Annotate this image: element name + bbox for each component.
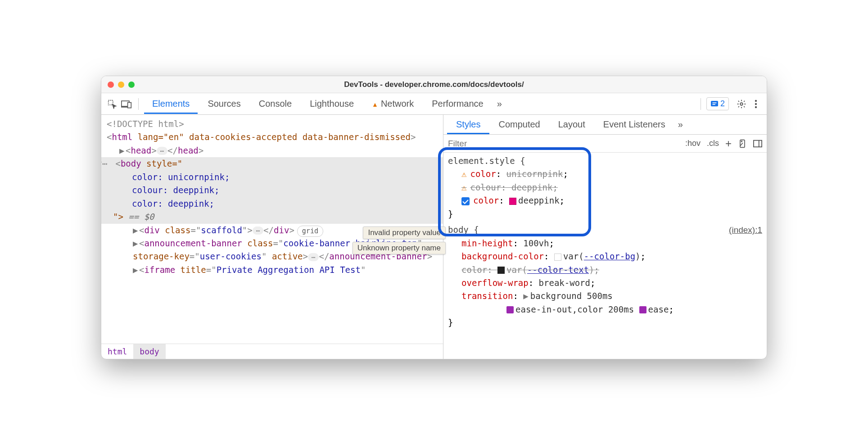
tab-computed[interactable]: Computed — [489, 115, 549, 134]
prop-overflow-wrap[interactable]: overflow-wrap: break-word; — [448, 276, 762, 290]
svg-point-4 — [740, 103, 743, 105]
svg-point-5 — [755, 100, 757, 101]
prop-invalid-value[interactable]: color: unicornpink; — [448, 168, 762, 181]
styles-body[interactable]: element.style { color: unicornpink; colo… — [443, 153, 767, 359]
settings-icon[interactable] — [735, 98, 748, 110]
tab-elements[interactable]: Elements — [144, 94, 198, 113]
toolbar-separator — [701, 98, 701, 110]
device-toolbar-icon[interactable] — [120, 98, 133, 110]
source-link[interactable]: (index):1 — [729, 223, 762, 236]
cls-toggle[interactable]: .cls — [707, 139, 719, 148]
svg-point-9 — [741, 141, 742, 142]
prop-color-overridden[interactable]: color: var(--color-text); — [448, 263, 762, 276]
inspect-element-icon[interactable] — [106, 98, 118, 110]
elements-panel: <!DOCTYPE html> <html lang="en" data-coo… — [101, 115, 443, 359]
easing-icon[interactable] — [506, 306, 514, 313]
grid-badge[interactable]: grid — [297, 226, 323, 237]
styles-tabs-overflow[interactable]: » — [674, 115, 687, 134]
rule-body[interactable]: (index):1 body { min-height: 100vh; back… — [448, 223, 762, 330]
styles-filter-input[interactable] — [448, 139, 679, 149]
rule-close: } — [448, 208, 762, 221]
tab-sources[interactable]: Sources — [199, 94, 249, 113]
prop-color-deeppink[interactable]: color: deeppink; — [448, 194, 762, 207]
computed-styles-icon[interactable] — [738, 139, 747, 148]
tooltip-unknown-name: Unknown property name — [353, 242, 446, 254]
prop-min-height[interactable]: min-height: 100vh; — [448, 237, 762, 250]
titlebar: DevTools - developer.chrome.com/docs/dev… — [101, 76, 767, 93]
head-node[interactable]: ▶<head>⋯</head> — [101, 144, 443, 157]
rule-element-style[interactable]: element.style { color: unicornpink; colo… — [448, 154, 762, 221]
issues-count: 2 — [720, 99, 725, 109]
doctype: <!DOCTYPE html> — [101, 118, 443, 131]
tab-console[interactable]: Console — [251, 94, 300, 113]
color-swatch-icon[interactable] — [497, 267, 505, 274]
iframe-node[interactable]: ▶<iframe title="Private Aggregation API … — [101, 263, 443, 276]
devtools-window: DevTools - developer.chrome.com/docs/dev… — [101, 76, 767, 359]
selector-element-style: element.style { — [448, 154, 762, 168]
styles-toolbar: :hov .cls + — [443, 135, 767, 153]
warning-icon — [461, 169, 470, 179]
svg-rect-3 — [711, 100, 718, 106]
breadcrumb-body[interactable]: body — [133, 344, 165, 359]
easing-icon[interactable] — [639, 306, 646, 313]
selector-body: body { — [448, 223, 762, 236]
tab-layout[interactable]: Layout — [549, 115, 594, 134]
color-swatch-icon[interactable] — [509, 198, 516, 205]
minimize-window-icon[interactable] — [118, 82, 124, 88]
ellipsis-icon: ⋯ — [253, 227, 263, 235]
tab-styles[interactable]: Styles — [447, 115, 489, 134]
breadcrumb: html body — [101, 344, 443, 359]
main-toolbar: Elements Sources Console Lighthouse Netw… — [101, 93, 767, 115]
close-window-icon[interactable] — [108, 82, 114, 88]
hov-toggle[interactable]: :hov — [685, 139, 701, 148]
content-area: <!DOCTYPE html> <html lang="en" data-coo… — [101, 115, 767, 359]
prop-unknown-name[interactable]: colour: deeppink; — [448, 181, 762, 194]
kebab-menu-icon[interactable] — [750, 98, 762, 110]
toolbar-separator — [138, 98, 139, 110]
window-title: DevTools - developer.chrome.com/docs/dev… — [101, 80, 767, 89]
tab-event-listeners[interactable]: Event Listeners — [594, 115, 674, 134]
tabs-overflow[interactable]: » — [493, 94, 506, 113]
rule-close: } — [448, 316, 762, 329]
traffic-lights — [108, 82, 135, 88]
prop-transition-cont[interactable]: ease-in-out,color 200ms ease; — [448, 303, 762, 316]
tab-performance[interactable]: Performance — [424, 94, 492, 113]
prop-background-color[interactable]: background-color: var(--color-bg); — [448, 250, 762, 263]
new-style-rule-icon[interactable]: + — [725, 137, 732, 150]
prop-transition[interactable]: transition: ▶background 500ms — [448, 290, 762, 303]
maximize-window-icon[interactable] — [128, 82, 135, 88]
svg-point-6 — [755, 103, 757, 104]
tab-network[interactable]: Network — [364, 94, 422, 113]
styles-tabs: Styles Computed Layout Event Listeners » — [443, 115, 767, 135]
tooltip-invalid-value: Invalid property value — [363, 227, 446, 239]
svg-rect-10 — [754, 140, 762, 147]
color-swatch-icon[interactable] — [554, 254, 561, 261]
body-node-selected[interactable]: ⋯▼<body style=" color: unicornpink; colo… — [101, 157, 443, 223]
ellipsis-icon: ⋯ — [308, 253, 319, 261]
issues-badge[interactable]: 2 — [706, 97, 729, 110]
svg-point-7 — [755, 106, 757, 108]
breadcrumb-html[interactable]: html — [101, 344, 133, 359]
tab-lighthouse[interactable]: Lighthouse — [302, 94, 362, 113]
warning-icon — [461, 182, 470, 192]
html-open-tag[interactable]: <html lang="en" data-cookies-accepted da… — [101, 131, 443, 144]
styles-panel: Styles Computed Layout Event Listeners »… — [443, 115, 767, 359]
expand-icon: ▶ — [523, 291, 528, 301]
checkbox-icon[interactable] — [461, 197, 470, 205]
toggle-sidebar-icon[interactable] — [753, 140, 762, 148]
svg-rect-2 — [128, 102, 131, 108]
ellipsis-icon: ⋯ — [157, 147, 167, 155]
